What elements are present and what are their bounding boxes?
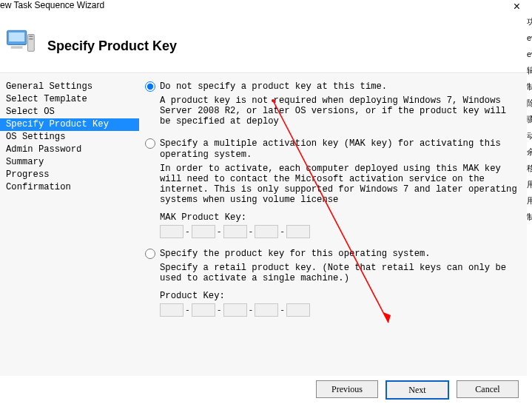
mak-seg-4[interactable]	[255, 225, 278, 238]
retail-seg-3[interactable]	[223, 303, 247, 317]
next-button[interactable]: Next	[385, 380, 449, 400]
retail-seg-4[interactable]	[255, 303, 278, 317]
svg-rect-4	[29, 38, 33, 40]
svg-rect-5	[11, 46, 23, 49]
wizard-window: ew Task Sequence Wizard × Specify Produc…	[0, 0, 532, 404]
step-summary[interactable]: Summary	[0, 156, 139, 169]
retail-seg-2[interactable]	[192, 303, 215, 317]
footer-buttons: Previous Next Cancel	[316, 380, 519, 400]
option-no-key[interactable]: Do not specify a product key at this tim…	[145, 81, 521, 92]
wizard-steps-sidebar: General Settings Select Template Select …	[0, 74, 139, 376]
option-retail-key-label: Specify the product key for this operati…	[160, 249, 431, 260]
option-no-key-desc: A product key is not required when deplo…	[160, 95, 521, 127]
mak-key-field-label: MAK Product Key:	[160, 212, 521, 223]
mak-seg-5[interactable]	[286, 225, 310, 238]
body: General Settings Select Template Select …	[0, 74, 527, 376]
header: Specify Product Key	[0, 13, 532, 68]
step-general-settings[interactable]: General Settings	[0, 81, 139, 93]
computer-icon	[4, 27, 36, 58]
option-no-key-label: Do not specify a product key at this tim…	[160, 81, 387, 92]
page-title: Specify Product Key	[47, 38, 177, 54]
right-strip: 功 ev ev 辑 制 除 骤 动 余 移 用 用 制	[527, 13, 532, 404]
step-admin-password[interactable]: Admin Password	[0, 144, 139, 156]
radio-no-key[interactable]	[145, 81, 155, 92]
option-retail-key-desc: Specify a retail product key. (Note that…	[160, 263, 521, 283]
option-retail-key[interactable]: Specify the product key for this operati…	[145, 249, 521, 260]
content-pane: Do not specify a product key at this tim…	[139, 74, 527, 376]
step-progress[interactable]: Progress	[0, 169, 139, 181]
option-mak-key[interactable]: Specify a multiple activation key (MAK k…	[145, 138, 521, 161]
close-icon[interactable]: ×	[514, 0, 520, 13]
step-select-os[interactable]: Select OS	[0, 106, 139, 118]
retail-seg-5[interactable]	[286, 303, 310, 317]
mak-seg-2[interactable]	[192, 225, 215, 238]
step-specify-product-key[interactable]: Specify Product Key	[0, 118, 139, 131]
retail-key-input: - - - -	[160, 303, 521, 317]
divider	[0, 73, 527, 73]
mak-seg-3[interactable]	[223, 225, 247, 238]
retail-seg-1[interactable]	[160, 303, 183, 317]
radio-mak-key[interactable]	[145, 138, 155, 149]
option-mak-key-label: Specify a multiple activation key (MAK k…	[160, 138, 521, 161]
window-title: ew Task Sequence Wizard	[0, 0, 104, 10]
titlebar: ew Task Sequence Wizard ×	[0, 0, 532, 13]
option-mak-key-desc: In order to activate, each computer depl…	[160, 164, 521, 205]
mak-seg-1[interactable]	[160, 225, 183, 238]
cancel-button[interactable]: Cancel	[457, 380, 519, 398]
radio-retail-key[interactable]	[145, 249, 155, 259]
step-os-settings[interactable]: OS Settings	[0, 131, 139, 144]
svg-rect-1	[9, 33, 24, 41]
mak-key-input: - - - -	[160, 225, 521, 238]
step-select-template[interactable]: Select Template	[0, 93, 139, 106]
svg-rect-3	[29, 36, 33, 37]
retail-key-field-label: Product Key:	[160, 291, 521, 301]
step-confirmation[interactable]: Confirmation	[0, 181, 139, 194]
previous-button[interactable]: Previous	[316, 380, 378, 398]
